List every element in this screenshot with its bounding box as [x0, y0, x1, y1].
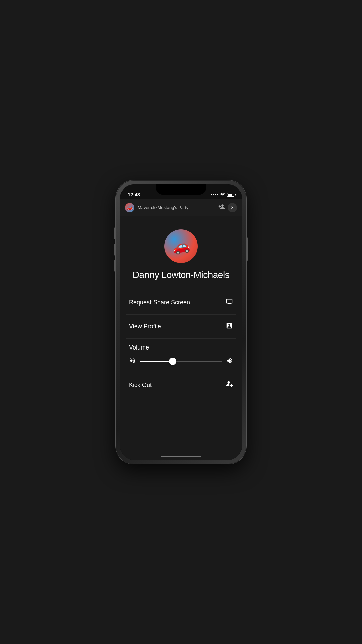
svg-point-1 [228, 324, 230, 326]
status-icons [211, 192, 234, 197]
party-avatar: 🚗 [125, 203, 134, 212]
modal-content: 🚗 Danny Lowton-Michaels Request Share Sc… [120, 216, 242, 460]
phone-screen: 12:48 [120, 184, 242, 460]
close-icon: × [231, 205, 234, 210]
view-profile-item[interactable]: View Profile [126, 315, 236, 339]
battery-icon [227, 193, 234, 197]
notch [156, 184, 206, 195]
volume-up-button [114, 244, 116, 256]
volume-track [140, 361, 222, 362]
add-person-icon[interactable] [218, 203, 225, 212]
top-bar-actions: × [218, 203, 237, 212]
kick-out-label: Kick Out [129, 382, 152, 389]
user-avatar: 🚗 [164, 229, 198, 263]
volume-controls [129, 357, 233, 366]
kick-out-item[interactable]: Kick Out [126, 373, 236, 397]
view-profile-label: View Profile [129, 323, 161, 330]
volume-label: Volume [129, 344, 233, 351]
wifi-icon [220, 192, 225, 197]
avatar-emoji: 🚗 [171, 236, 191, 256]
top-bar: 🚗 MaverickxMustang's Party × [120, 199, 242, 216]
party-name: MaverickxMustang's Party [138, 205, 218, 210]
kick-out-icon [226, 381, 233, 390]
volume-down-button [114, 227, 116, 239]
signal-icon [211, 194, 218, 195]
volume-slider[interactable] [140, 361, 222, 362]
phone-frame: 12:48 [116, 180, 246, 464]
profile-icon [226, 322, 233, 331]
volume-fill [140, 361, 173, 362]
user-name: Danny Lowton-Michaels [126, 270, 236, 280]
volume-section: Volume [126, 339, 236, 373]
status-time: 12:48 [128, 192, 140, 197]
mute-icon [129, 357, 136, 366]
volume-thumb[interactable] [169, 358, 176, 365]
screen-share-icon [226, 298, 233, 307]
volume-up-icon [226, 357, 233, 366]
request-share-screen-label: Request Share Screen [129, 299, 190, 306]
close-button[interactable]: × [228, 203, 237, 212]
request-share-screen-item[interactable]: Request Share Screen [126, 290, 236, 315]
app-content: 🚗 MaverickxMustang's Party × [120, 184, 242, 460]
power-button [246, 237, 248, 261]
menu-list: Request Share Screen View Profile [120, 290, 242, 397]
silent-switch [114, 260, 116, 272]
home-indicator [161, 456, 201, 457]
